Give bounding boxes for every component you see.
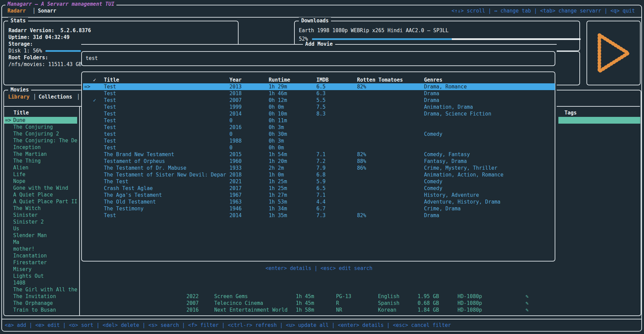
result-rotten-tomatoes: 82% [357,83,366,90]
movie-list-item[interactable]: The Conjuring: The De [13,137,77,144]
stats-storage-label: Storage: [8,41,33,47]
detail-quality-profile: HD-1080p [458,293,482,300]
stats-version-line: Radarr Version: 5.2.6.8376 [8,27,91,34]
result-rotten-tomatoes: 86% [357,165,366,171]
search-result-row[interactable]: Test19880h 3m [83,138,555,144]
result-year: 0 [229,131,232,138]
search-result-row[interactable]: The Old Testament19631h 53m4.4Adventure,… [83,199,555,205]
result-title: The Brand New Testament [104,151,174,158]
result-year: 1946 [229,205,242,212]
movie-list-item[interactable]: Incantation [13,252,47,259]
movie-list-item[interactable]: A Quiet Place [13,191,53,198]
result-runtime: 1h 0m [269,171,284,178]
result-year: 2014 [229,110,242,117]
result-title: Crash Test Aglae [104,185,153,192]
movie-list-item[interactable]: The Girl with All the [13,286,77,293]
result-year: 2017 [229,185,242,192]
movie-search-input[interactable]: test [81,51,555,66]
movie-list-item[interactable]: The Thing [13,158,41,164]
search-results-table[interactable]: ✓ Title Year Runtime IMDB Rotten Tomatoe… [81,71,555,262]
result-imdb-rating: 6.8 [316,171,326,178]
result-runtime: 0h 0m [269,144,284,151]
result-year: 1988 [229,138,242,144]
search-result-row[interactable]: Test19990h 0m7.5Animation, Drama [83,104,555,110]
servarr-tab-radarr[interactable]: Radarr [7,7,26,14]
movie-list-item[interactable]: Life [13,171,25,178]
movie-detail-row[interactable]: 2022Screen Gems1h 45mPG-13English1.95 GB… [4,293,641,300]
search-result-row[interactable]: Testament of Orpheus19601h 20m7.288%Fant… [83,158,555,165]
movie-list-item[interactable]: Alien [13,164,28,171]
movie-list-item[interactable]: Slender Man [13,232,47,239]
movie-list-item[interactable]: Ma [13,239,19,246]
movie-detail-row[interactable]: 2007Telecinco Cinema1h 45mRSpanish0.68 G… [4,300,641,307]
servarr-tab-sonarr[interactable]: Sonarr [38,7,56,14]
movie-list-item[interactable]: Nope [13,178,25,185]
movie-list-item[interactable]: The Martian [13,151,47,158]
movie-detail-row[interactable]: 2016Next Entertainment World1h 58mNRKore… [4,307,641,313]
movie-list-item[interactable]: Misery [13,266,31,273]
search-result-row[interactable]: Test20140h 10m8.3Drama, Science Fiction [83,110,555,117]
search-result-row[interactable]: Crash Test Aglae20171h 25m6.5Comedy [83,185,555,192]
search-result-row[interactable]: The Brand New Testament20151h 54m7.182%C… [83,151,555,158]
result-runtime: 0h 3m [269,138,284,144]
movie-list-item[interactable]: Sinister [13,212,38,218]
search-result-row[interactable]: Test20141h 35m7.382%Drama [83,212,555,219]
result-runtime: 0h 12m [269,97,287,104]
search-result-row[interactable]: ✓Test20070h 12m5.5Drama [83,97,555,104]
movie-list-item[interactable]: The Conjuring [13,124,53,130]
detail-certification: R [336,300,339,307]
movie-list-item[interactable]: Firestarter [13,259,47,266]
movie-list-item[interactable]: Us [13,225,19,232]
result-runtime: 0h 30m [269,131,287,138]
result-runtime: 1h 25m [269,185,287,192]
result-imdb-rating: 5.5 [316,97,326,104]
search-result-row[interactable]: The Aga's Testament19671h 27m7.1History,… [83,192,555,199]
movie-list-item-selected[interactable]: =>Dune [4,117,77,124]
movie-list-item[interactable]: Sinister 2 [13,218,44,225]
movie-list-item[interactable]: mother! [13,246,35,252]
result-imdb-rating: 6.3 [316,90,326,97]
movie-list-item[interactable]: Inception [13,144,41,151]
search-result-row[interactable]: =>Test20131h 29m6.582%Drama, Romance [83,83,555,90]
search-result-row[interactable]: The Testament of Dr. Mabuse19332h 2m7.98… [83,165,555,171]
search-result-row[interactable]: Test20160h 3m [83,124,555,131]
search-result-row[interactable]: Test00h 11m [83,117,555,124]
result-imdb-rating: 6.5 [316,185,326,192]
col-header-imdb: IMDB [316,77,329,83]
search-result-row[interactable]: test00h 30mComedy [83,131,555,138]
result-year: 2013 [229,83,242,90]
col-header-rotten-tomatoes: Rotten Tomatoes [357,77,403,83]
result-genres: Crime, Mystery, Thriller [424,165,497,171]
movie-list-item[interactable]: Lights Out [13,273,44,279]
download-item-name: Earth 1998 1080p WEBRip x265 Hindi AAC2.… [299,27,449,34]
add-movie-popup-title: Add Movie [303,41,335,47]
movies-tab-collections[interactable]: Collections [39,93,72,100]
result-year: 2007 [229,97,242,104]
movie-list-item[interactable]: 1408 [13,279,25,286]
movie-list-item[interactable]: The Conjuring 2 [13,130,59,137]
movie-list-item[interactable]: The Witch [13,205,41,212]
movies-panel-title: Movies [8,86,31,93]
edit-pencil-icon[interactable]: ✎ [526,293,529,300]
result-genres: Comedy, Fantasy [424,151,470,158]
edit-pencil-icon[interactable]: ✎ [526,307,529,313]
movie-list-item[interactable]: A Quiet Place Part II [13,198,77,205]
footer-keybinding-hints: <a> add | <e> edit | <o> sort | <del> de… [5,322,451,329]
result-genres: History, Adventure [424,192,479,199]
edit-pencil-icon[interactable]: ✎ [526,300,529,307]
result-year: 2018 [229,171,242,178]
footer-separator [2,319,642,319]
movie-list-item[interactable]: Gone with the Wind [13,185,68,191]
title-column-divider [79,107,80,316]
servarr-tab-separator: │ [32,7,36,14]
search-result-row[interactable]: The Testament of Sister New Devil: Depar… [83,171,555,178]
disk-usage-gauge [45,50,81,52]
search-result-row[interactable]: The Testimony19461h 34m6.7Crime, Drama [83,205,555,212]
search-result-row[interactable]: Test00h 0m [83,144,555,151]
search-result-row[interactable]: Test20181h 46m6.3Drama [83,90,555,97]
result-genres: Drama, Science Fiction [424,110,491,117]
result-title: Test [104,97,116,104]
movies-tab-library[interactable]: Library [8,93,29,100]
result-runtime: 1h 29m [269,83,287,90]
search-result-row[interactable]: The Test20211h 25m5.9Comedy [83,178,555,185]
